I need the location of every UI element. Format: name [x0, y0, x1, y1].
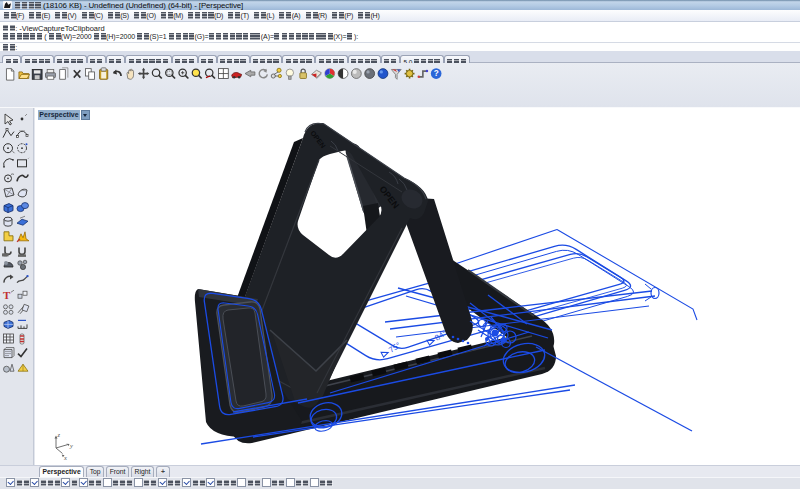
- svg-text:z: z: [57, 431, 61, 438]
- svg-text:x: x: [63, 454, 67, 461]
- svg-text:?: ?: [434, 69, 439, 78]
- svg-text:y: y: [69, 442, 73, 449]
- svg-text:75°: 75°: [387, 341, 402, 355]
- svg-text:T: T: [3, 289, 11, 301]
